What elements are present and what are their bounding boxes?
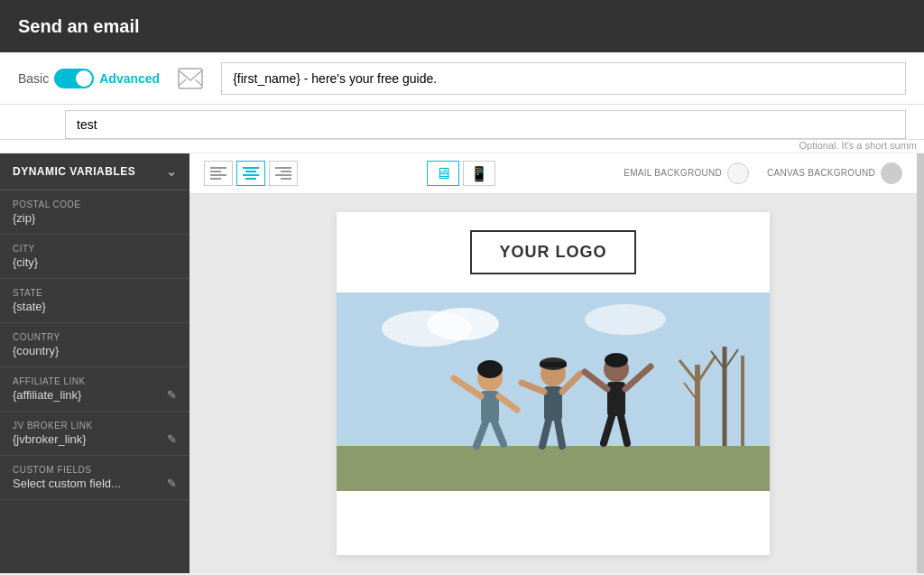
email-bg-swatch[interactable]	[727, 162, 749, 184]
email-background-control: EMAIL BACKGROUND	[624, 162, 749, 184]
svg-point-29	[477, 360, 503, 378]
preview-text-input[interactable]	[65, 110, 906, 139]
desktop-view-button[interactable]: 🖥	[427, 161, 459, 186]
format-buttons	[204, 161, 298, 186]
svg-rect-8	[245, 171, 256, 172]
zip-value[interactable]: {zip}	[13, 211, 177, 225]
email-bg-label: EMAIL BACKGROUND	[624, 168, 722, 179]
state-label: STATE	[13, 288, 177, 298]
svg-rect-45	[607, 382, 625, 416]
country-value[interactable]: {country}	[13, 344, 177, 357]
sidebar-item-custom: CUSTOM FIELDS Select custom field... ✎	[0, 456, 189, 500]
mode-toggle[interactable]	[54, 69, 94, 88]
svg-rect-13	[275, 174, 291, 176]
jvbroker-edit-icon[interactable]: ✎	[167, 432, 177, 446]
svg-rect-19	[337, 446, 770, 491]
affiliate-label: AFFILIATE LINK	[13, 376, 177, 386]
svg-line-1	[179, 79, 186, 86]
svg-point-17	[427, 308, 499, 340]
svg-rect-6	[210, 178, 221, 180]
email-preview[interactable]: YOUR LOGO	[189, 194, 917, 573]
svg-rect-12	[281, 171, 291, 172]
sidebar: DYNAMIC VARIABLES ⌄ POSTAL CODE {zip} CI…	[0, 153, 189, 573]
right-panel	[917, 153, 924, 573]
mobile-view-button[interactable]: 📱	[463, 161, 495, 186]
align-left-button[interactable]	[204, 161, 233, 186]
svg-rect-14	[281, 178, 291, 180]
custom-value[interactable]: Select custom field...	[13, 477, 121, 490]
sidebar-item-zip: POSTAL CODE {zip}	[0, 190, 189, 235]
canvas-background-control: CANVAS BACKGROUND	[767, 162, 902, 184]
city-label: CITY	[13, 244, 177, 254]
custom-label: CUSTOM FIELDS	[13, 465, 177, 475]
mode-toggle-group: Basic Advanced	[18, 69, 160, 88]
email-icon	[174, 62, 207, 95]
state-value[interactable]: {state}	[13, 300, 177, 313]
align-center-button[interactable]	[236, 161, 265, 186]
svg-rect-11	[275, 167, 291, 169]
svg-rect-37	[540, 362, 567, 367]
main-area: DYNAMIC VARIABLES ⌄ POSTAL CODE {zip} CI…	[0, 153, 924, 573]
affiliate-value[interactable]: {affiliate_link}	[13, 388, 81, 402]
canvas-bg-label: CANVAS BACKGROUND	[767, 168, 875, 179]
svg-point-44	[605, 353, 628, 367]
sidebar-item-country: COUNTRY {country}	[0, 323, 189, 367]
jvbroker-label: JV BROKER LINK	[13, 421, 177, 431]
svg-rect-3	[210, 167, 226, 169]
affiliate-edit-icon[interactable]: ✎	[167, 388, 177, 402]
svg-rect-7	[243, 167, 259, 169]
sidebar-header[interactable]: DYNAMIC VARIABLES ⌄	[0, 153, 189, 190]
email-content-container: YOUR LOGO	[337, 212, 770, 555]
page-title: Send an email	[18, 16, 140, 37]
sidebar-item-jvbroker: JV BROKER LINK {jvbroker_link} ✎	[0, 412, 189, 456]
logo-box[interactable]: YOUR LOGO	[470, 230, 635, 274]
device-buttons: 🖥 📱	[427, 161, 495, 186]
city-value[interactable]: {city}	[13, 255, 177, 269]
optional-hint: Optional. It's a short summ	[0, 140, 924, 153]
hero-image	[337, 292, 770, 491]
sidebar-item-affiliate: AFFILIATE LINK {affiliate_link} ✎	[0, 367, 189, 412]
sidebar-item-state: STATE {state}	[0, 279, 189, 323]
svg-rect-5	[210, 174, 226, 176]
zip-label: POSTAL CODE	[13, 199, 177, 209]
svg-rect-9	[243, 174, 259, 176]
svg-point-18	[585, 304, 666, 335]
svg-rect-4	[210, 171, 221, 172]
chevron-down-icon[interactable]: ⌄	[166, 164, 178, 179]
jvbroker-value[interactable]: {jvbroker_link}	[13, 432, 87, 446]
country-label: COUNTRY	[13, 332, 177, 342]
toolbar: Basic Advanced	[0, 52, 924, 105]
logo-area: YOUR LOGO	[337, 212, 770, 292]
page-header: Send an email	[0, 0, 924, 52]
editor-toolbar: 🖥 📱 EMAIL BACKGROUND CANVAS BACKGROUND	[189, 153, 917, 194]
svg-line-42	[558, 421, 562, 446]
svg-rect-10	[245, 178, 256, 180]
align-right-button[interactable]	[269, 161, 298, 186]
canvas-bg-swatch[interactable]	[881, 162, 902, 184]
advanced-label: Advanced	[99, 71, 160, 86]
custom-edit-icon[interactable]: ✎	[167, 477, 177, 490]
editor-area: 🖥 📱 EMAIL BACKGROUND CANVAS BACKGROUND	[189, 153, 917, 573]
subject-input[interactable]	[221, 62, 906, 95]
svg-rect-0	[179, 69, 202, 88]
svg-line-2	[195, 79, 202, 86]
basic-label: Basic	[18, 71, 49, 86]
sidebar-title: DYNAMIC VARIABLES	[13, 165, 135, 178]
background-controls: EMAIL BACKGROUND CANVAS BACKGROUND	[624, 162, 902, 184]
sidebar-item-city: CITY {city}	[0, 235, 189, 279]
